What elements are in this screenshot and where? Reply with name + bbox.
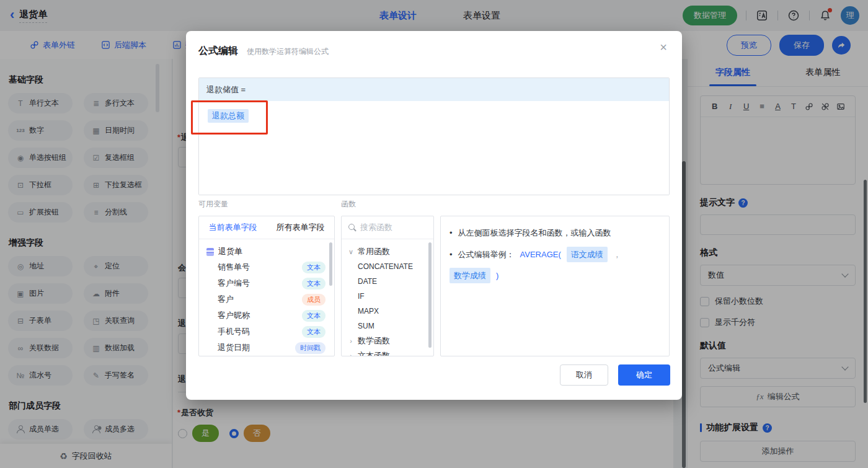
function-group-math[interactable]: › 数学函数 — [342, 333, 433, 348]
example-close-paren: ) — [496, 269, 498, 282]
type-badge: 成员 — [302, 294, 326, 306]
function-group-text[interactable]: › 文本函数 — [342, 348, 433, 356]
type-badge: 文本 — [302, 262, 326, 273]
variable-row[interactable]: 客户成员 — [206, 291, 334, 307]
functions-label: 函数 — [341, 199, 356, 210]
function-item[interactable]: IF — [342, 289, 433, 304]
formula-editor-box: 退款储值 = 退款总额 — [198, 77, 670, 195]
function-item[interactable]: CONCATENATE — [342, 259, 433, 274]
confirm-button[interactable]: 确定 — [618, 364, 670, 386]
example-function: AVERAGE( — [520, 248, 561, 261]
type-badge: 文本 — [302, 310, 326, 322]
form-doc-icon — [206, 248, 214, 256]
help-panel: • 从左侧面板选择字段名和函数，或输入函数 • 公式编辑举例： AVERAGE(… — [440, 216, 670, 356]
search-icon — [348, 224, 356, 231]
functions-panel: 搜索函数 ∨ 常用函数 CONCATENATE DATE IF MAPX SUM… — [341, 216, 434, 356]
tree-root-form[interactable]: 退货单 — [206, 244, 334, 259]
formula-target: 退款储值 = — [199, 78, 669, 101]
function-item[interactable]: SUM — [342, 319, 433, 333]
variables-label: 可用变量 — [198, 199, 228, 210]
variable-row[interactable]: 手机号码文本 — [206, 324, 334, 340]
variables-scrollbar[interactable] — [329, 242, 332, 286]
search-placeholder: 搜索函数 — [360, 222, 392, 233]
function-group-common[interactable]: ∨ 常用函数 — [342, 244, 433, 259]
variable-row[interactable]: 退货日期时间戳 — [206, 340, 334, 356]
formula-input-area[interactable]: 退款总额 — [199, 101, 669, 195]
caret-down-icon: ∨ — [348, 248, 354, 256]
tab-current-form-fields[interactable]: 当前表单字段 — [199, 216, 267, 239]
cancel-button[interactable]: 取消 — [560, 364, 608, 386]
type-badge: 时间戳 — [295, 342, 326, 354]
tree-root-label: 退货单 — [218, 246, 242, 257]
functions-scrollbar[interactable] — [428, 242, 432, 348]
caret-right-icon: › — [348, 337, 354, 345]
tab-all-form-fields[interactable]: 所有表单字段 — [267, 216, 334, 239]
modal-subtitle: 使用数学运算符编辑公式 — [247, 46, 329, 57]
function-item[interactable]: MAPX — [342, 304, 433, 319]
example-token: 数学成绩 — [450, 268, 490, 283]
modal-title: 公式编辑 — [198, 45, 238, 58]
type-badge: 文本 — [302, 326, 326, 338]
example-token: 语文成绩 — [567, 247, 608, 262]
variable-row[interactable]: 客户编号文本 — [206, 275, 334, 291]
function-search[interactable]: 搜索函数 — [342, 216, 433, 239]
variable-row[interactable]: 销售单号文本 — [206, 259, 334, 275]
formula-token[interactable]: 退款总额 — [208, 109, 249, 123]
formula-edit-modal: 公式编辑 使用数学运算符编辑公式 × 退款储值 = 退款总额 可用变量 函数 当… — [186, 31, 682, 400]
function-item[interactable]: DATE — [342, 274, 433, 289]
help-line-1: • 从左侧面板选择字段名和函数，或输入函数 — [450, 226, 660, 239]
app-root: ‹ 退货单 表单设计 表单设置 数据管理 — [0, 0, 868, 468]
variables-panel: 当前表单字段 所有表单字段 退货单 销售单号文本 客户编号文本 客户成员 客户昵… — [198, 216, 335, 356]
help-line-2: • 公式编辑举例： AVERAGE( 语文成绩 ， 数学成绩 ) — [450, 247, 660, 283]
variable-row[interactable]: 客户昵称文本 — [206, 307, 334, 324]
caret-right-icon: › — [348, 352, 354, 356]
close-icon[interactable]: × — [660, 41, 667, 53]
type-badge: 文本 — [302, 278, 326, 289]
